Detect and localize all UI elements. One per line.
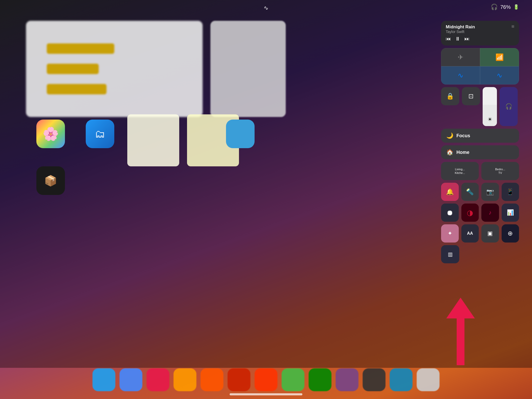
blue-app-icon-container[interactable]: 🗂 — [86, 120, 114, 148]
airplane-mode-button[interactable]: ✈ — [441, 48, 480, 66]
note-cards — [127, 114, 239, 166]
visual-effect-button[interactable]: ✦ — [441, 224, 459, 243]
app-switcher — [26, 21, 286, 117]
connectivity-group: ✈ 📶 ∿ ∿ — [441, 48, 519, 84]
notes-line-2 — [47, 64, 99, 74]
airpods-button[interactable]: 🎧 — [500, 87, 518, 126]
brightness-fill — [483, 105, 497, 126]
remote-button[interactable]: 📱 — [502, 183, 519, 201]
metrics-button[interactable]: 📊 — [502, 204, 519, 222]
dock-icon-7[interactable] — [255, 368, 277, 391]
home-indicator — [230, 393, 302, 395]
dark-app-icon-container[interactable]: 📦 — [36, 166, 65, 195]
dock-icon-1[interactable] — [92, 368, 115, 391]
living-kitchen-label: Living...Kitche... — [455, 167, 465, 175]
blue-app-icon: 🗂 — [86, 120, 114, 148]
dock-icon-4[interactable] — [174, 368, 196, 391]
hotspot-button[interactable]: 📶 — [480, 48, 519, 66]
add-cc-icon: ⊕ — [508, 230, 513, 237]
status-bar-right: 🎧 76% 🔋 — [491, 4, 519, 10]
dock-icon-2[interactable] — [119, 368, 142, 391]
photos-icon-container[interactable]: 🌸 — [36, 120, 65, 148]
add-to-cc-button[interactable]: ⊕ — [502, 224, 519, 243]
next-button[interactable]: ⏭ — [464, 36, 470, 42]
airplay-icon[interactable]: ⊞ — [511, 24, 514, 28]
record-button[interactable]: ⏺ — [441, 204, 459, 222]
wifi-button[interactable]: ∿ — [441, 66, 480, 84]
bedroom-tv-label: Bedro...TV — [495, 167, 505, 175]
home-control-button[interactable]: 🏠 Home — [441, 145, 519, 159]
camera-button[interactable]: 📷 — [481, 183, 499, 201]
lock-rotation-button[interactable]: 🔒 — [441, 87, 459, 105]
photos-icon: 🌸 — [36, 120, 65, 148]
dock-icon-11[interactable] — [363, 368, 385, 391]
visual-effect-icon: ✦ — [448, 230, 452, 237]
lock-rotation-icon: 🔒 — [446, 93, 454, 100]
bedroom-tv-scene[interactable]: Bedro...TV — [481, 162, 519, 180]
blue-square-icon[interactable] — [226, 120, 255, 148]
notes-line-3 — [47, 84, 107, 94]
middle-controls-row: 🔒 ⊡ ☀ 🎧 — [441, 87, 519, 126]
arrow-head — [446, 298, 475, 318]
shazam-button[interactable]: ♪ — [481, 204, 499, 222]
battery-icon: 🔋 — [513, 4, 519, 10]
app-card-content — [26, 21, 203, 117]
bell-button[interactable]: 🔔 — [441, 183, 459, 201]
contrast-icon: ◑ — [467, 208, 473, 217]
prev-button[interactable]: ⏮ — [446, 36, 451, 42]
dock-icon-6[interactable] — [228, 368, 250, 391]
dock-icon-10[interactable] — [336, 368, 358, 391]
bluetooth-button[interactable]: ∿ — [480, 66, 519, 84]
living-kitchen-scene[interactable]: Living...Kitche... — [441, 162, 479, 180]
font-size-button[interactable]: AA — [461, 224, 479, 243]
now-playing-widget[interactable]: Midnight Rain Taylor Swift ⏮ ⏸ ⏭ ⊞ — [441, 21, 519, 45]
action-buttons-row1: 🔔 🔦 📷 📱 — [441, 183, 519, 201]
dock-icon-9[interactable] — [309, 368, 331, 391]
playback-controls: ⏮ ⏸ ⏭ — [446, 36, 514, 42]
pip-button[interactable]: ▣ — [481, 224, 499, 243]
status-bar: ∿ — [0, 5, 532, 11]
dock-icon-3[interactable] — [147, 368, 169, 391]
control-center: Midnight Rain Taylor Swift ⏮ ⏸ ⏭ ⊞ ✈ 📶 ∿… — [441, 21, 519, 263]
brightness-slider[interactable]: ☀ — [483, 87, 497, 126]
focus-button[interactable]: 🌙 Focus — [441, 129, 519, 143]
arrow-shaft — [457, 318, 464, 365]
bluetooth-icon: ∿ — [497, 71, 502, 80]
wifi-ctrl-icon: ∿ — [458, 71, 463, 80]
battery-status-icon: ▥ — [448, 251, 453, 257]
bell-icon: 🔔 — [446, 188, 454, 195]
action-buttons-row2: ⏺ ◑ ♪ 📊 — [441, 204, 519, 222]
headphone-icon: 🎧 — [491, 4, 498, 10]
note-card-1[interactable] — [127, 114, 179, 166]
last-row: ▥ — [441, 245, 519, 263]
contrast-button[interactable]: ◑ — [461, 204, 479, 222]
flashlight-icon: 🔦 — [466, 188, 474, 195]
play-pause-button[interactable]: ⏸ — [455, 36, 460, 42]
action-buttons-row3: ✦ AA ▣ ⊕ — [441, 224, 519, 243]
screen-mirror-icon: ⊡ — [468, 93, 474, 100]
song-artist: Taylor Swift — [446, 30, 514, 34]
dark-app-icon: 📦 — [36, 166, 65, 195]
dock-icon-8[interactable] — [282, 368, 304, 391]
app-card-large[interactable] — [26, 21, 203, 117]
home-label: Home — [456, 150, 469, 155]
font-size-icon: AA — [467, 231, 473, 236]
shazam-icon: ♪ — [489, 209, 491, 216]
dock — [0, 368, 532, 391]
brightness-icon: ☀ — [488, 116, 492, 122]
dock-icon-13[interactable] — [417, 368, 440, 391]
airplane-icon: ✈ — [458, 53, 463, 61]
screen-mirror-button[interactable]: ⊡ — [462, 87, 480, 105]
app-card-medium[interactable] — [210, 21, 286, 117]
hotspot-icon: 📶 — [495, 53, 504, 61]
metrics-icon: 📊 — [507, 209, 514, 216]
red-arrow — [446, 298, 475, 365]
record-icon: ⏺ — [446, 208, 454, 217]
focus-label: Focus — [456, 133, 470, 139]
flashlight-button[interactable]: 🔦 — [461, 183, 479, 201]
airpods-icon: 🎧 — [505, 103, 512, 110]
battery-status-button[interactable]: ▥ — [441, 245, 459, 263]
song-title: Midnight Rain — [446, 24, 514, 30]
dock-icon-12[interactable] — [390, 368, 413, 391]
dock-icon-5[interactable] — [201, 368, 223, 391]
